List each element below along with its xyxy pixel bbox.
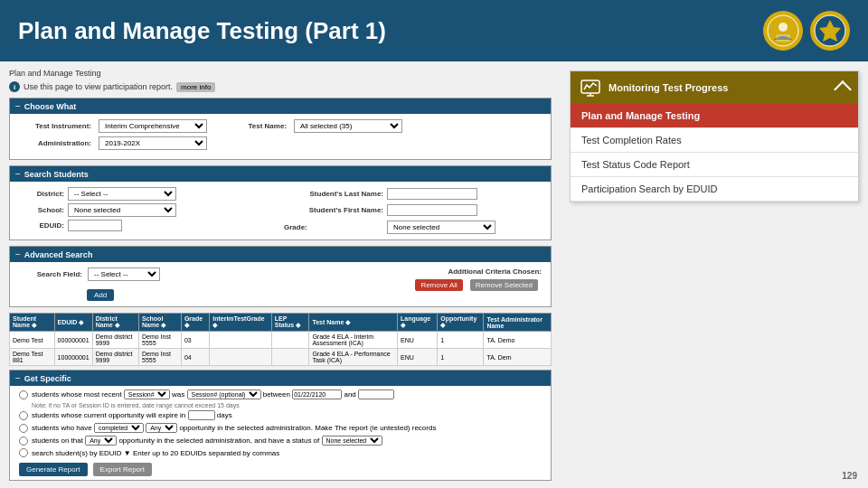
session-select-1[interactable]: Session#	[124, 389, 170, 399]
search-students-collapse[interactable]: −	[15, 169, 21, 179]
any-select-1[interactable]: Any	[146, 423, 177, 433]
any-select-2[interactable]: Any	[85, 436, 117, 446]
monitoring-box: Monitoring Test Progress Plan and Manage…	[570, 70, 859, 202]
chevron-up-icon[interactable]	[834, 80, 852, 99]
choose-what-collapse[interactable]: −	[15, 101, 21, 111]
info-bar: i Use this page to view participation re…	[9, 81, 552, 92]
logos-container	[763, 11, 850, 51]
table-row: Demo Test000000001Demo district 9999Demo…	[10, 332, 552, 349]
get-specific-collapse[interactable]: −	[15, 373, 21, 383]
col-lep: LEP Status ◆	[271, 314, 309, 332]
remove-selected-button[interactable]: Remove Selected	[470, 279, 538, 291]
first-name-input[interactable]	[387, 204, 477, 216]
get-specific-row-2: students whose current opportunity will …	[19, 410, 542, 420]
table-cell-r0-c10: TA. Demo	[484, 332, 552, 349]
first-name-field: Student's First Name:	[284, 203, 542, 217]
expire-days[interactable]	[188, 410, 215, 420]
col-test-name: Test Name ◆	[309, 314, 398, 332]
school-select[interactable]: None selected	[68, 203, 176, 217]
sidebar-menu: Plan and Manage TestingTest Completion R…	[571, 104, 858, 202]
eduid-input[interactable]	[68, 220, 122, 231]
additional-criteria-area: Additional Criteria Chosen: Remove All R…	[415, 267, 542, 291]
info-text: Use this page to view participation repo…	[24, 82, 173, 91]
col-eduid: EDUID ◆	[54, 314, 92, 332]
page-header: Plan and Manage Testing (Part 1)	[0, 0, 868, 61]
search-field-select[interactable]: -- Select --	[88, 267, 160, 281]
date-from[interactable]	[292, 389, 342, 399]
search-students-header: − Search Students	[10, 166, 551, 182]
administration-label: Administration:	[19, 139, 91, 147]
radio-eduid[interactable]	[19, 448, 28, 457]
sidebar-menu-item-3[interactable]: Participation Search by EDUID	[571, 177, 858, 202]
generate-report-button[interactable]: Generate Report	[19, 463, 88, 476]
table-cell-r1-c9: 1	[438, 349, 484, 366]
eduid-row: EDUID:	[19, 220, 277, 231]
page-title: Plan and Manage Testing (Part 1)	[18, 17, 386, 45]
last-name-label: Student's Last Name:	[284, 190, 383, 198]
svg-point-1	[778, 23, 788, 32]
completed-select[interactable]: completed	[94, 423, 144, 433]
sidebar-menu-item-2[interactable]: Test Status Code Report	[571, 153, 858, 177]
add-button[interactable]: Add	[87, 289, 114, 301]
get-specific-row-1: students whose most recent Session# was …	[19, 389, 542, 399]
test-name-label: Test Name:	[214, 122, 287, 130]
session-select-2[interactable]: Session# (optional)	[187, 389, 261, 399]
get-specific-row-4: students on that Any opportunity in the …	[19, 436, 542, 446]
district-field: District: -- Select --	[19, 187, 277, 201]
test-instrument-select[interactable]: Interim Comprehensive	[99, 119, 207, 133]
col-interim-grade: InterimTestGrade ◆	[210, 314, 272, 332]
main-content: Plan and Manage Testing i Use this page …	[0, 61, 868, 488]
radio-session[interactable]	[19, 390, 28, 399]
sidebar-menu-item-1[interactable]: Test Completion Rates	[571, 128, 858, 153]
action-buttons: Generate Report Export Report	[19, 463, 542, 476]
table-cell-r0-c8: ENU	[398, 332, 438, 349]
advanced-search-body: Search Field: -- Select -- Add Additiona…	[10, 262, 551, 306]
get-specific-option-1: students whose most recent Session# was …	[32, 389, 394, 399]
table-cell-r0-c1: 000000001	[54, 332, 92, 349]
test-name-select[interactable]: All selected (35)	[294, 119, 402, 133]
logo-1	[763, 11, 803, 51]
get-specific-section: − Get Specific students whose most recen…	[9, 370, 552, 481]
sidebar-menu-item-0[interactable]: Plan and Manage Testing	[571, 104, 858, 128]
advanced-search-collapse[interactable]: −	[15, 249, 21, 259]
logo-2	[810, 11, 850, 51]
last-name-input[interactable]	[387, 188, 477, 200]
table-cell-r1-c10: TA. Dem	[484, 349, 552, 366]
more-info-button[interactable]: more info	[176, 82, 215, 92]
school-label: School:	[19, 206, 64, 214]
get-specific-label: Get Specific	[24, 374, 71, 383]
radio-expire[interactable]	[19, 411, 28, 420]
export-report-button[interactable]: Export Report	[93, 463, 152, 476]
radio-status[interactable]	[19, 436, 28, 446]
choose-what-section: − Choose What Test Instrument: Interim C…	[9, 98, 552, 160]
first-name-label: Student's First Name:	[284, 206, 383, 214]
table-cell-r0-c9: 1	[438, 332, 484, 349]
table-cell-r1-c1: 100000001	[54, 349, 92, 366]
search-field-area: Search Field: -- Select -- Add	[19, 267, 160, 301]
get-specific-option-4: students on that Any opportunity in the …	[32, 436, 382, 446]
col-district: District Name ◆	[92, 314, 138, 332]
table-cell-r0-c3: Demo Inst 5555	[139, 332, 182, 349]
table-cell-r0-c2: Demo district 9999	[92, 332, 138, 349]
district-select[interactable]: -- Select --	[68, 187, 176, 201]
additional-criteria-label: Additional Criteria Chosen:	[415, 267, 542, 276]
grade-select[interactable]: None selected	[387, 221, 495, 234]
page-number: 129	[842, 471, 857, 481]
col-admin: Test Administrator Name	[484, 314, 552, 332]
svg-rect-2	[776, 34, 790, 42]
table-cell-r0-c6	[271, 332, 309, 349]
search-field-label: Search Field:	[19, 270, 82, 278]
eduid-label: EDUID:	[19, 221, 64, 230]
get-specific-option-5: search student(s) by EDUID ▼ Enter up to…	[32, 449, 279, 457]
table-cell-r1-c6	[271, 349, 309, 366]
date-to[interactable]	[358, 389, 394, 399]
get-specific-row-5: search student(s) by EDUID ▼ Enter up to…	[19, 448, 542, 457]
administration-select[interactable]: 2019-202X	[99, 136, 207, 150]
col-grade: Grade ◆	[181, 314, 209, 332]
status-select[interactable]: None selected	[322, 436, 382, 446]
administration-row: Administration: 2019-202X	[19, 136, 542, 150]
school-field: School: None selected	[19, 203, 277, 217]
district-label: District:	[19, 190, 64, 198]
remove-all-button[interactable]: Remove All	[415, 279, 462, 291]
radio-completed[interactable]	[19, 424, 28, 433]
